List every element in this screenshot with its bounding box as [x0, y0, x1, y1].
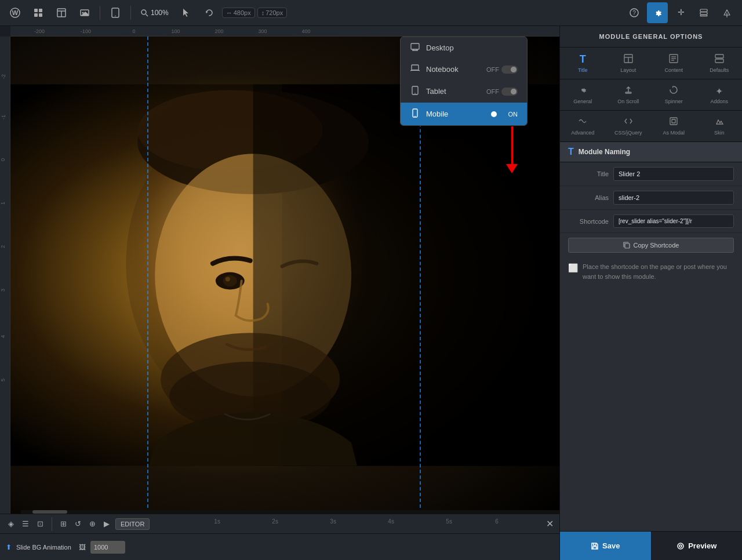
notebook-toggle[interactable]: OFF	[486, 66, 518, 74]
play-icon[interactable]: ▶	[101, 518, 112, 529]
tab-general[interactable]: General	[561, 82, 605, 108]
canvas-width: 480px	[234, 9, 251, 16]
svg-rect-5	[39, 13, 42, 17]
tab-advanced[interactable]: Advanced	[561, 113, 605, 139]
timeline-scale: 1s 2s 3s 4s 5s 6	[159, 518, 543, 530]
svg-rect-19	[700, 9, 707, 12]
svg-rect-55	[670, 118, 677, 125]
svg-text:✛: ✛	[678, 8, 685, 17]
save-button[interactable]: Save	[560, 532, 651, 560]
layers-timeline-icon[interactable]: ◈	[6, 518, 16, 529]
alias-field-row: Alias	[560, 186, 742, 210]
notebook-label: Notebook	[426, 65, 481, 74]
tab-asmodal[interactable]: As Modal	[652, 113, 696, 139]
shortcode-field-label: Shortcode	[568, 218, 609, 225]
shortcode-input[interactable]	[613, 214, 734, 228]
dropdown-mobile[interactable]: Mobile ON	[401, 103, 527, 125]
spinner-tab-icon	[669, 85, 678, 97]
hint-row: ⬜ Place the shortcode on the page or pos…	[560, 257, 742, 286]
desktop-icon	[410, 43, 420, 53]
height-input[interactable]: ↕ 720px	[257, 8, 287, 18]
svg-rect-3	[39, 9, 42, 12]
ruler-vertical: -2 -1 0 1 2 3 4 5	[0, 37, 10, 560]
help-icon[interactable]: ?	[624, 2, 645, 23]
save-label: Save	[602, 541, 620, 550]
preview-button[interactable]: Preview	[651, 532, 743, 560]
track-bar[interactable]: 1000	[90, 541, 125, 554]
width-input[interactable]: ↔ 480px	[222, 8, 255, 18]
tab-defaults[interactable]: Defaults	[698, 50, 741, 77]
move-icon[interactable]: ✛	[670, 2, 691, 23]
alias-input[interactable]	[613, 191, 734, 205]
svg-rect-4	[34, 13, 38, 17]
close-timeline-button[interactable]: ✕	[546, 518, 554, 529]
time-5s: 5s	[446, 518, 452, 525]
mobile-toggle[interactable]: ON	[490, 110, 518, 118]
ruler-mark: -200	[34, 28, 45, 34]
dropdown-notebook[interactable]: Notebook OFF	[401, 59, 527, 80]
zoom-control[interactable]: 100%	[136, 6, 173, 19]
mobile-label: Mobile	[426, 110, 484, 118]
tab-onscroll[interactable]: On Scroll	[607, 82, 650, 108]
cssjquery-tab-icon	[624, 117, 633, 128]
media-icon[interactable]	[74, 2, 95, 23]
panel-tabs-row3: Advanced CSS/jQuery As M	[560, 111, 742, 142]
tab-content[interactable]: Content	[652, 50, 696, 77]
wp-icon[interactable]: W	[5, 2, 26, 23]
toolbar-right: ? ✛	[624, 2, 737, 23]
tab-spinner[interactable]: Spinner	[652, 82, 696, 108]
panel-footer: Save Preview	[560, 531, 742, 560]
cssjquery-tab-label: CSS/jQuery	[614, 130, 642, 136]
general-tab-icon	[578, 85, 587, 97]
tablet-toggle[interactable]: OFF	[486, 88, 518, 96]
reload-icon[interactable]: ↺	[72, 518, 83, 529]
title-input[interactable]	[613, 167, 734, 181]
section-icon: T	[568, 147, 574, 157]
main-area: -200 -100 0 100 200 300 400 -2 -1 0 1 2 …	[0, 26, 742, 560]
svg-rect-56	[672, 119, 675, 123]
grid-icon[interactable]	[28, 2, 49, 23]
undo-icon[interactable]	[199, 2, 220, 23]
general-tab-label: General	[573, 99, 592, 104]
dropdown-tablet[interactable]: Tablet OFF	[401, 80, 527, 103]
tab-cssjquery[interactable]: CSS/jQuery	[607, 113, 650, 139]
settings-icon[interactable]	[647, 2, 668, 23]
timeline-bar: ◈ ☰ ⊡ ⊞ ↺ ⊕ ▶ EDITOR 1s 2s 3s 4s 5s 6 ✕	[0, 514, 559, 560]
layout-tab-icon	[624, 54, 633, 66]
svg-rect-2	[34, 9, 38, 12]
right-panel: MODULE GENERAL OPTIONS T Title Layout	[559, 26, 742, 560]
separator2	[130, 6, 131, 20]
globe-icon[interactable]: ⊕	[87, 518, 98, 529]
copy-shortcode-button[interactable]: Copy Shortcode	[568, 238, 734, 253]
folder-icon[interactable]: ⊡	[35, 518, 46, 529]
tab-addons[interactable]: ✦ Addons	[698, 82, 741, 108]
grid-timeline-icon[interactable]: ⊞	[58, 518, 69, 529]
ruler-mark: 400	[301, 28, 310, 34]
svg-point-33	[225, 277, 230, 281]
editor-button[interactable]: EDITOR	[115, 518, 150, 530]
tab-title[interactable]: T Title	[561, 50, 605, 77]
dropdown-desktop[interactable]: Desktop	[401, 37, 527, 59]
advanced-tab-icon	[578, 117, 587, 128]
advanced-tab-label: Advanced	[571, 130, 594, 136]
svg-rect-53	[715, 59, 723, 63]
layout-icon[interactable]	[51, 2, 72, 23]
svg-point-58	[678, 543, 683, 549]
time-3s: 3s	[330, 518, 336, 525]
svg-text:?: ?	[632, 10, 636, 16]
export-icon[interactable]	[716, 2, 737, 23]
tab-layout[interactable]: Layout	[607, 50, 650, 77]
track-name: Slide BG Animation	[16, 544, 74, 551]
addons-tab-icon: ✦	[715, 86, 723, 97]
timeline-track-row: ⬆ Slide BG Animation 🖼 1000	[0, 534, 559, 560]
ruler-mark: 100	[171, 28, 180, 34]
layout-tab-label: Layout	[620, 67, 636, 73]
layers-icon[interactable]	[693, 2, 714, 23]
tablet-icon[interactable]	[105, 2, 126, 23]
addons-tab-label: Addons	[710, 99, 728, 104]
svg-point-59	[679, 545, 682, 547]
skin-tab-icon	[715, 117, 724, 128]
list-icon[interactable]: ☰	[20, 518, 31, 529]
pointer-icon[interactable]	[176, 2, 197, 23]
tab-skin[interactable]: Skin	[698, 113, 741, 139]
